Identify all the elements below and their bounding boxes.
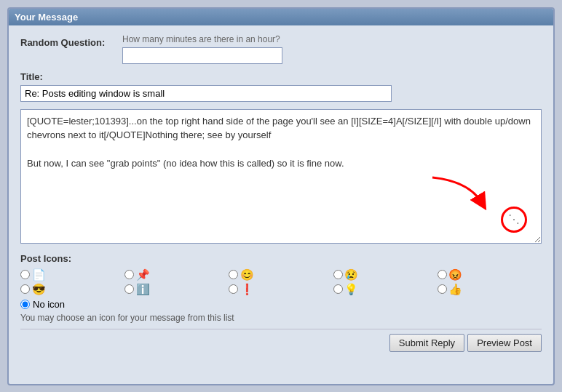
icon-radio-6[interactable] [20,284,30,294]
icon-img-2: 📌 [136,268,149,281]
icon-radio-10[interactable] [438,284,447,294]
footer-row: Submit Reply Preview Post [20,329,542,352]
preview-post-button[interactable]: Preview Post [467,334,542,352]
random-question-row: Random Question: How many minutes are th… [20,34,542,64]
icons-grid: 📄 📌 😊 😢 😡 [20,268,542,296]
icon-option-6[interactable]: 😎 [20,283,124,296]
icon-radio-4[interactable] [333,270,343,279]
title-row: Title: [20,71,542,102]
message-panel: Your Message Random Question: How many m… [7,7,555,385]
icon-img-4: 😢 [345,268,358,281]
icon-option-10[interactable]: 👍 [438,283,542,296]
panel-title: Your Message [15,12,78,23]
icon-option-2[interactable]: 📌 [124,268,229,281]
no-icon-radio[interactable] [20,300,30,309]
icon-img-8: ❗ [240,283,253,296]
icon-radio-5[interactable] [438,270,447,279]
icon-img-9: 💡 [345,283,358,296]
panel-body: Random Question: How many minutes are th… [9,25,553,359]
icon-option-1[interactable]: 📄 [20,268,124,281]
icon-option-9[interactable]: 💡 [333,283,438,296]
icon-radio-7[interactable] [124,284,134,294]
random-question-hint: How many minutes are there in an hour? [122,34,542,44]
icon-img-5: 😡 [449,268,462,281]
title-input[interactable] [20,85,392,102]
icon-img-1: 📄 [32,268,45,281]
no-icon-label[interactable]: No icon [33,299,65,310]
icon-radio-9[interactable] [333,284,343,294]
message-textarea[interactable]: [QUOTE=lester;101393]...on the top right… [20,109,542,244]
icon-option-3[interactable]: 😊 [229,268,333,281]
post-icons-label: Post Icons: [20,253,542,264]
panel-header: Your Message [9,9,553,25]
icon-option-5[interactable]: 😡 [438,268,542,281]
random-question-input[interactable] [122,47,282,64]
title-label: Title: [20,71,542,82]
icon-radio-2[interactable] [124,270,134,279]
random-question-label: Random Question: [20,34,122,48]
no-icon-row: No icon [20,299,542,310]
icon-option-7[interactable]: ℹ️ [124,283,229,296]
icon-img-10: 👍 [449,283,462,296]
icon-radio-8[interactable] [229,284,238,294]
icon-img-6: 😎 [32,283,45,296]
icon-img-3: 😊 [240,268,253,281]
icon-option-4[interactable]: 😢 [333,268,438,281]
icon-option-8[interactable]: ❗ [229,283,333,296]
submit-reply-button[interactable]: Submit Reply [389,334,464,352]
icon-img-7: ℹ️ [136,283,149,296]
icon-radio-3[interactable] [229,270,238,279]
icon-radio-1[interactable] [20,270,30,279]
icon-hint: You may choose an icon for your message … [20,313,542,323]
random-question-content: How many minutes are there in an hour? [122,34,542,64]
message-area-wrapper: [QUOTE=lester;101393]...on the top right… [20,109,542,246]
post-icons-section: Post Icons: 📄 📌 😊 😢 [20,253,542,323]
